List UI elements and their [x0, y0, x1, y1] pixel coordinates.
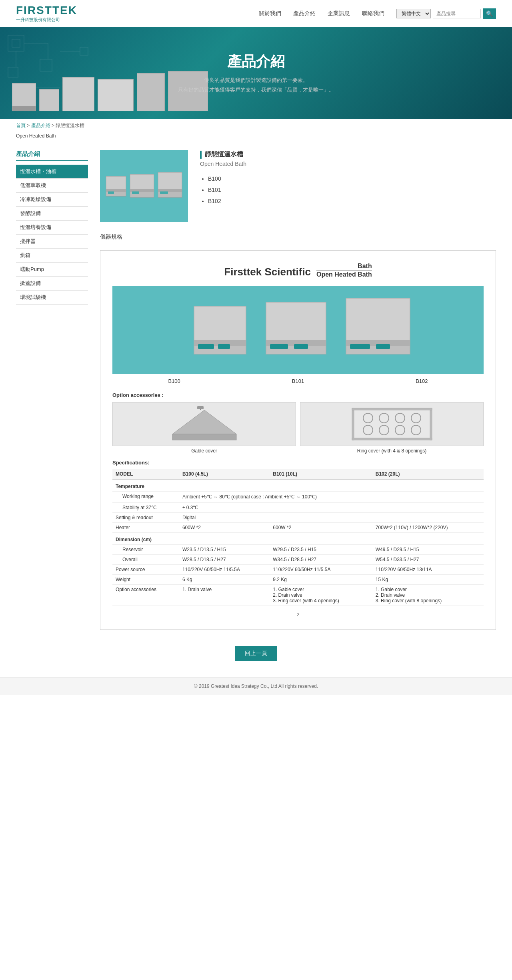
- sidebar-item-2[interactable]: 冷凍乾燥設備: [16, 193, 88, 207]
- table-cell: Temperature: [112, 480, 179, 492]
- table-cell-b102: 700W*2 (110V) / 1200W*2 (220V): [372, 523, 484, 533]
- accessories-title: Option accessories :: [112, 392, 484, 398]
- spec-document: Firsttek Scientific Bath Open Heated Bat…: [100, 250, 496, 630]
- nav-news[interactable]: 企業訊息: [328, 10, 350, 17]
- footer-text: © 2019 Greatest Idea Strategy Co., Ltd A…: [194, 683, 318, 689]
- svg-rect-39: [172, 434, 236, 440]
- svg-rect-37: [376, 344, 390, 349]
- table-cell: [270, 533, 372, 545]
- table-cell-value: ± 0.3℃: [179, 503, 484, 513]
- hero-banner: 產品介紹 優良的品質是我們設計製造設備的第一要素。 只有好的品質才能獲得客戶的支…: [0, 27, 512, 119]
- svg-rect-36: [350, 344, 370, 349]
- nav-contact[interactable]: 聯絡我們: [362, 10, 384, 17]
- logo-text: FIRSTTEK: [16, 4, 77, 17]
- doc-label-b101: B101: [292, 378, 304, 384]
- accessories-images: Gable cover: [112, 402, 484, 454]
- table-header-b100: B100 (4.5L): [179, 469, 270, 480]
- nav-about[interactable]: 關於我們: [259, 10, 281, 17]
- table-cell-label: Heater: [112, 523, 179, 533]
- page-number: 2: [112, 612, 484, 617]
- nav-products[interactable]: 產品介紹: [293, 10, 316, 17]
- spec-doc-header: Firsttek Scientific Bath Open Heated Bat…: [112, 263, 484, 278]
- svg-point-46: [363, 413, 373, 423]
- product-models: B100 B101 B102: [200, 173, 496, 207]
- svg-rect-15: [130, 174, 154, 190]
- search-button[interactable]: 🔍: [483, 8, 496, 19]
- svg-rect-11: [106, 176, 126, 190]
- svg-point-52: [395, 425, 405, 435]
- sidebar-item-9[interactable]: 環境試驗機: [16, 291, 88, 305]
- svg-rect-33: [346, 298, 410, 342]
- svg-rect-32: [294, 344, 308, 349]
- svg-marker-38: [172, 410, 236, 434]
- table-row-temp-section: Temperature: [112, 480, 484, 492]
- sidebar-item-3[interactable]: 發酵設備: [16, 207, 88, 221]
- table-cell-label: Working range: [112, 492, 179, 503]
- table-cell-b100: 1. Drain valve: [179, 585, 270, 606]
- spec-doc-type-top: Bath: [316, 263, 372, 271]
- table-row-options: Option accessories 1. Drain valve 1. Gab…: [112, 585, 484, 606]
- sidebar-item-6[interactable]: 烘箱: [16, 249, 88, 263]
- sidebar-item-0[interactable]: 恆溫水槽・油槽: [16, 165, 88, 179]
- svg-point-49: [411, 413, 421, 423]
- svg-point-53: [411, 425, 421, 435]
- specs-title: Specifications:: [112, 460, 484, 466]
- back-button[interactable]: 回上一頁: [235, 646, 277, 661]
- product-top: 靜態恆溫水槽 Open Heated Bath B100 B101 B102: [100, 150, 496, 222]
- spec-doc-type: Bath Open Heated Bath: [316, 263, 372, 278]
- accessory-gable-img: [112, 402, 296, 446]
- product-area: 靜態恆溫水槽 Open Heated Bath B100 B101 B102 儀…: [100, 150, 496, 630]
- product-info: 靜態恆溫水槽 Open Heated Bath B100 B101 B102: [200, 150, 496, 222]
- svg-rect-41: [197, 406, 204, 409]
- breadcrumb-sub: Open Heated Bath: [0, 132, 512, 142]
- svg-rect-27: [218, 344, 230, 349]
- svg-rect-22: [160, 191, 168, 194]
- svg-rect-8: [80, 47, 88, 55]
- sidebar-item-1[interactable]: 低溫萃取機: [16, 179, 88, 193]
- table-cell-b100: 6 Kg: [179, 575, 270, 585]
- table-cell: [179, 480, 270, 492]
- sidebar-item-4[interactable]: 恆溫培養設備: [16, 221, 88, 235]
- svg-point-48: [395, 413, 405, 423]
- table-cell: [372, 480, 484, 492]
- table-row-power: Power source 110/220V 60/50Hz 11/5.5A 11…: [112, 565, 484, 575]
- sidebar-item-8[interactable]: 掀蓋設備: [16, 277, 88, 291]
- table-cell-b101: 110/220V 60/50Hz 11/5.5A: [270, 565, 372, 575]
- sidebar-item-5[interactable]: 攪拌器: [16, 235, 88, 249]
- table-cell: [179, 533, 270, 545]
- table-cell-b101: 1. Gable cover2. Drain valve3. Ring cove…: [270, 585, 372, 606]
- accessory-ring-label: Ring cover (with 4 & 8 openings): [300, 448, 484, 454]
- svg-point-47: [379, 413, 389, 423]
- svg-rect-43: [430, 408, 432, 440]
- accessory-gable: Gable cover: [112, 402, 296, 454]
- doc-label-b100: B100: [168, 378, 180, 384]
- product-name-zh: 靜態恆溫水槽: [205, 150, 243, 159]
- product-name-en: Open Heated Bath: [200, 161, 496, 167]
- table-cell-b102: W54.5 / D33.5 / H27: [372, 555, 484, 565]
- table-cell-b100: W28.5 / D18.5 / H27: [179, 555, 270, 565]
- table-row-reservoir: Reservoir W23.5 / D13.5 / H15 W29.5 / D2…: [112, 545, 484, 555]
- table-row-stability: Stability at 37℃ ± 0.3℃: [112, 503, 484, 513]
- table-row-overall: Overall W28.5 / D18.5 / H27 W34.5 / D28.…: [112, 555, 484, 565]
- svg-point-51: [379, 425, 389, 435]
- table-cell-b102: W49.5 / D29.5 / H15: [372, 545, 484, 555]
- lang-select[interactable]: 繁體中文: [396, 9, 431, 18]
- svg-rect-14: [108, 191, 114, 194]
- svg-rect-44: [352, 408, 432, 410]
- hero-content: 產品介紹 優良的品質是我們設計製造設備的第一要素。 只有好的品質才能獲得客戶的支…: [178, 52, 334, 94]
- svg-point-50: [363, 425, 373, 435]
- svg-rect-45: [352, 438, 432, 440]
- table-cell-b102: 110/220V 60/50Hz 13/11A: [372, 565, 484, 575]
- product-name-bar: [200, 151, 202, 159]
- accessory-ring-img: [300, 402, 484, 446]
- sidebar-item-7[interactable]: 蠕動Pump: [16, 263, 88, 277]
- search-input[interactable]: [433, 9, 481, 18]
- model-b100: B100: [208, 173, 496, 184]
- table-cell-b100: 600W *2: [179, 523, 270, 533]
- breadcrumb-home[interactable]: 首頁: [16, 123, 26, 128]
- breadcrumb-products[interactable]: 產品介紹: [31, 123, 50, 128]
- hero-sub1: 優良的品質是我們設計製造設備的第一要素。: [178, 76, 334, 85]
- main-content: 產品介紹 恆溫水槽・油槽 低溫萃取機 冷凍乾燥設備 發酵設備 恆溫培養設備 攪拌…: [0, 142, 512, 638]
- table-cell-label: Reservoir: [112, 545, 179, 555]
- accessory-ring: Ring cover (with 4 & 8 openings): [300, 402, 484, 454]
